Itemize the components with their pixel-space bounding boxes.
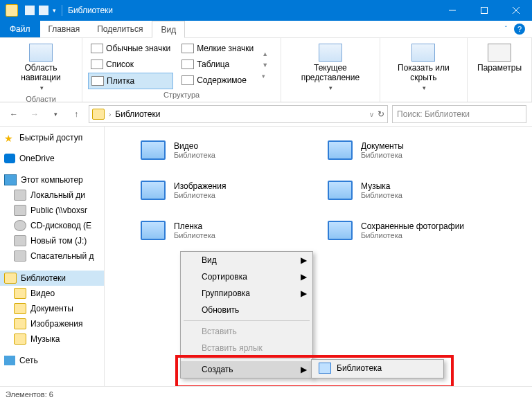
menu-separator (184, 320, 310, 321)
help-icon[interactable]: ? (514, 24, 525, 35)
tree-this-pc[interactable]: Этот компьютер (0, 172, 104, 188)
show-hide-label: Показать или скрыть (390, 63, 457, 83)
ctx-create[interactable]: Создать▶ (181, 361, 312, 378)
ctx-sort[interactable]: Сортировка▶ (181, 268, 312, 285)
library-icon (326, 136, 354, 164)
layout-tiles[interactable]: Плитка (88, 73, 173, 89)
group-layout-label: Структура (88, 91, 275, 100)
qat-item[interactable] (25, 6, 35, 15)
quick-access-toolbar: ▾ (25, 6, 56, 15)
status-bar: Элементов: 6 (0, 386, 532, 402)
status-text: Элементов: 6 (6, 390, 53, 399)
minimize-button[interactable] (436, 0, 468, 21)
close-button[interactable] (500, 0, 532, 21)
libraries-icon (4, 273, 17, 284)
scroll-more-icon[interactable]: ▾ (262, 73, 268, 80)
tab-share[interactable]: Поделиться (89, 21, 152, 37)
tree-onedrive[interactable]: OneDrive (0, 152, 104, 165)
layout-small-icons[interactable]: Мелкие значки (179, 41, 256, 56)
tree-documents[interactable]: Документы (0, 301, 104, 316)
up-button[interactable]: ↑ (68, 106, 85, 122)
disk-icon (14, 205, 26, 216)
ctx-create-library[interactable]: Библиотека (312, 360, 443, 376)
recent-dropdown-icon[interactable]: ▾ (47, 106, 64, 122)
current-view-button[interactable]: Текущее представление▾ (287, 41, 374, 95)
options-button[interactable]: Параметры (473, 41, 526, 75)
scroll-down-icon[interactable]: ▼ (262, 62, 268, 68)
tree-music[interactable]: Музыка (0, 331, 104, 347)
library-subtext: Библиотека (361, 191, 402, 199)
qat-item[interactable] (39, 6, 48, 15)
onedrive-icon (4, 154, 15, 163)
nav-pane-label: Область навигации (10, 63, 72, 83)
content-area[interactable]: ВидеоБиблиотекаДокументыБиблиотекаИзобра… (105, 127, 532, 390)
ctx-paste-shortcut: Вставить ярлык (181, 340, 312, 356)
address-bar[interactable]: › Библиотеки v ↻ (89, 105, 388, 123)
show-hide-button[interactable]: Показать или скрыть▾ (386, 41, 461, 95)
library-item[interactable]: ПленкаБиблиотека (139, 214, 319, 247)
submenu-arrow-icon: ▶ (301, 272, 307, 282)
current-view-label: Текущее представление (291, 63, 370, 83)
tree-images[interactable]: Изображения (0, 316, 104, 331)
submenu-arrow-icon: ▶ (301, 289, 307, 298)
library-item[interactable]: ДокументыБиблиотека (326, 134, 506, 167)
disk-icon (14, 250, 26, 262)
library-icon (326, 176, 354, 204)
tree-video[interactable]: Видео (0, 286, 104, 301)
ctx-group[interactable]: Группировка▶ (181, 285, 312, 302)
library-item[interactable]: МузыкаБиблиотека (326, 174, 506, 207)
search-placeholder: Поиск: Библиотеки (397, 109, 470, 119)
address-dropdown-icon[interactable]: v (370, 111, 373, 118)
tree-libraries[interactable]: Библиотеки (0, 271, 104, 286)
layout-table[interactable]: Таблица (179, 57, 256, 72)
layout-content[interactable]: Содержимое (179, 73, 256, 88)
tree-rescue-disk[interactable]: Спасательный д (0, 248, 104, 264)
folder-icon (92, 109, 105, 120)
ctx-refresh[interactable]: Обновить (181, 302, 312, 318)
tree-quick-access[interactable]: ★Быстрый доступ (0, 131, 104, 145)
search-input[interactable]: Поиск: Библиотеки (392, 105, 526, 123)
disk-icon (14, 235, 26, 246)
tab-home[interactable]: Главная (40, 21, 89, 37)
scroll-up-icon[interactable]: ▲ (262, 51, 268, 57)
library-item[interactable]: Сохраненные фотографииБиблиотека (326, 214, 506, 247)
maximize-button[interactable] (468, 0, 500, 21)
breadcrumb-sep[interactable]: › (109, 111, 111, 118)
disk-icon (14, 190, 26, 201)
forward-button[interactable]: → (26, 106, 43, 122)
tree-view: ★Быстрый доступ OneDrive Этот компьютер … (0, 127, 105, 390)
svg-rect-0 (481, 8, 488, 14)
refresh-icon[interactable]: ↻ (378, 109, 384, 119)
tab-view[interactable]: Вид (152, 21, 185, 38)
tree-cd-drive[interactable]: CD-дисковод (E (0, 218, 104, 233)
library-subtext: Библиотека (361, 151, 404, 159)
window-title: Библиотеки (68, 6, 113, 15)
library-item[interactable]: ВидеоБиблиотека (139, 134, 319, 167)
library-subtext: Библиотека (174, 151, 215, 159)
library-subtext: Библиотека (174, 231, 215, 239)
ctx-view[interactable]: Вид▶ (181, 252, 312, 268)
ctx-paste: Вставить (181, 323, 312, 340)
layout-regular-icons[interactable]: Обычные значки (88, 41, 173, 56)
ribbon-collapse-icon[interactable]: ˇ (505, 26, 507, 33)
menu-separator (184, 358, 310, 359)
ribbon: Область навигации▾ Области Обычные значк… (0, 38, 532, 102)
layout-list[interactable]: Список (88, 57, 173, 72)
back-button[interactable]: ← (6, 106, 22, 122)
breadcrumb[interactable]: Библиотеки (115, 109, 160, 119)
cd-icon (14, 220, 26, 231)
folder-icon (14, 318, 26, 329)
tree-network[interactable]: Сеть (0, 354, 104, 367)
pc-icon (4, 174, 17, 185)
library-icon (139, 176, 167, 204)
tree-public-share[interactable]: Public (\\vboxsr (0, 203, 104, 218)
library-item[interactable]: ИзображенияБиблиотека (139, 174, 319, 207)
app-icon (6, 4, 18, 17)
qat-dropdown-icon[interactable]: ▾ (53, 7, 56, 14)
context-menu: Вид▶ Сортировка▶ Группировка▶ Обновить В… (180, 251, 313, 378)
file-menu[interactable]: Файл (0, 21, 40, 37)
nav-pane-button[interactable]: Область навигации▾ (6, 41, 76, 95)
tree-new-volume[interactable]: Новый том (J:) (0, 233, 104, 248)
library-name: Сохраненные фотографии (361, 221, 464, 231)
tree-local-disk[interactable]: Локальный ди (0, 188, 104, 203)
